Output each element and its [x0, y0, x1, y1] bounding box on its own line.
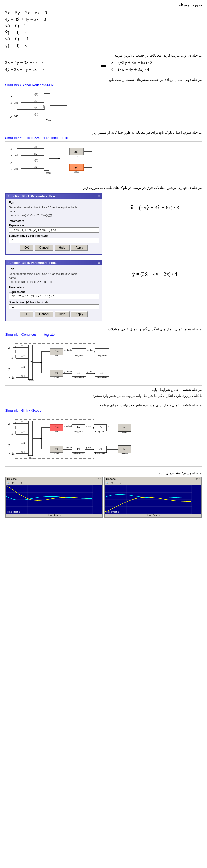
svg-text:u[1]: u[1]	[21, 344, 26, 347]
eq6: ẏ(t = 0) = 3	[5, 43, 202, 49]
dialog2-expression-input[interactable]	[9, 294, 99, 299]
step5-link[interactable]: Simulink>>Continous>> Integrator	[5, 333, 202, 337]
mux-block-label: Mux	[42, 105, 45, 110]
dialog2-buttons: OK Cancel Help Apply	[9, 309, 99, 318]
scope2-tool4[interactable]: ↕	[119, 482, 122, 485]
divider1	[5, 51, 202, 51]
dialog2-cancel-button[interactable]: Cancel	[35, 311, 53, 317]
svg-text:x_dotdot: x_dotdot	[64, 348, 73, 351]
svg-text:1/s: 1/s	[77, 447, 80, 450]
scope2-plot-area	[105, 486, 201, 514]
fcn-port-u1: u[1]	[34, 145, 38, 148]
dialog1-close-icon[interactable]: ×	[98, 194, 100, 198]
dialog1-section: Fcn	[9, 201, 99, 205]
step6-init-desc: با کلیک بر روی بلوک انتگرال گیر ها شرایط…	[5, 393, 202, 399]
svg-text:y_dot: y_dot	[86, 446, 91, 448]
svg-text:u[2]: u[2]	[21, 431, 26, 434]
step6-title: مرحله ششم: اعمال بلوک برای مشاهده نتایج …	[5, 403, 202, 407]
svg-text:Integrator1: Integrator1	[74, 376, 84, 378]
eq4: ẋ(t = 0) = 2	[5, 30, 202, 35]
dialog1-expression-input[interactable]	[9, 227, 99, 232]
fcn-label-ydot: y_dot	[10, 166, 18, 170]
system-equations: 3ẍ + 5ẏ − 3ẋ − 6x = 0 4ÿ − 3ẋ + 4y − 2x …	[5, 10, 202, 49]
svg-text:1/s: 1/s	[77, 349, 81, 352]
divider6	[5, 401, 202, 401]
dialog2-sample-label: Sample time (-1 for inherited):	[9, 301, 99, 304]
dialog2-box: Function Block Parameters: Fcn1 × Fcn Ge…	[5, 260, 102, 321]
step1-eq1: 3ẍ + 5ẏ − 3ẋ − 6x = 0	[5, 60, 96, 65]
dialog1-cancel-button[interactable]: Cancel	[35, 245, 53, 250]
main-page: صورت مسئله 3ẍ + 5ẏ − 3ẋ − 6x = 0 4ÿ − 3ẋ…	[0, 0, 207, 522]
dialog1-help-button[interactable]: Help	[55, 245, 70, 250]
scope1-tool2[interactable]: ⊞	[11, 482, 15, 485]
scope-full-diagram: x x_dot y y_dot u[1] u[2] u[3] u[4]	[5, 414, 202, 467]
dialog2-close-icon[interactable]: ×	[98, 261, 100, 265]
svg-text:Scope1: Scope1	[121, 452, 128, 455]
dialog1-desc: General expression block. Use "u" as the…	[9, 206, 99, 217]
divider7	[5, 469, 202, 469]
scope2-time-label: Time offset: 0	[105, 514, 201, 517]
fcn-port-u4: u[4]	[34, 165, 38, 168]
step1-left-eqs: 3ẍ + 5ẏ − 3ẋ − 6x = 0 4ÿ − 3ẋ + 4y − 2x …	[5, 59, 96, 73]
svg-text:x: x	[8, 346, 10, 349]
svg-text:Fcn1: Fcn1	[54, 376, 59, 378]
dialog1-box: Function Block Parameters: Fcn × Fcn Gen…	[5, 193, 102, 255]
step6-link[interactable]: Simulink>>Sink>>Scope	[5, 409, 202, 412]
eq1: 3ẍ + 5ẏ − 3ẋ − 6x = 0	[5, 10, 202, 16]
step3-link[interactable]: Simulink>>Function>>User Defined Functio…	[5, 136, 202, 140]
scope2-canvas	[105, 486, 191, 514]
svg-text:x_dot: x_dot	[87, 348, 93, 351]
svg-text:Scope: Scope	[122, 431, 127, 433]
svg-text:Integrator2: Integrator2	[97, 354, 107, 357]
svg-text:x_dot: x_dot	[86, 425, 91, 427]
page-title: صورت مسئله	[5, 3, 202, 7]
dialog1-expr-label: Expression:	[9, 224, 99, 227]
scope2-window: ◼ Scope ─ □ × 🔍 ⊞ ↔ ↕ Time offset: 0	[104, 477, 202, 518]
svg-text:y_dot: y_dot	[8, 376, 16, 379]
dialog2-ok-button[interactable]: OK	[20, 311, 33, 317]
svg-text:⊡: ⊡	[123, 426, 125, 429]
mux-label-bottom: Mux	[46, 118, 51, 121]
dialog2-section: Fcn	[9, 268, 99, 271]
fcn-name: Fcn	[75, 155, 79, 157]
svg-text:u[1]: u[1]	[21, 420, 26, 423]
dialog1-title: Function Block Parameters: Fcn	[8, 194, 55, 198]
port-u3: u[3]	[34, 106, 38, 109]
step1-equations: 3ẍ + 5ẏ − 3ẋ − 6x = 0 4ÿ − 3ẋ + 4y − 2x …	[5, 59, 202, 73]
dialog2-apply-button[interactable]: Apply	[71, 311, 88, 317]
scope1-tool4[interactable]: ↕	[20, 482, 23, 485]
scope1-titlebar: ◼ Scope ─ □ ×	[6, 477, 102, 481]
dialog2-sample-input[interactable]	[9, 304, 99, 309]
svg-text:1/s: 1/s	[77, 371, 81, 374]
step2-link[interactable]: Simulink>>Signal Routing>>Mux	[5, 83, 202, 87]
svg-text:u[3]: u[3]	[21, 366, 26, 369]
mux-label-ydot: y_dot	[10, 114, 18, 118]
svg-text:Fcn1: Fcn1	[54, 452, 59, 454]
dialog1-params-label: Parameters	[9, 219, 99, 222]
step4-title: مرحله ی چهارم: نوشتن معادلات فوق در ترتی…	[5, 186, 202, 190]
svg-text:x_dot: x_dot	[8, 356, 16, 360]
mux-label-xdot: x_dot	[10, 100, 18, 104]
fcn-label: f(u)	[74, 150, 79, 153]
dialog2-expr-label: Expression:	[9, 290, 99, 293]
scope2-tool1[interactable]: 🔍	[105, 482, 110, 485]
svg-text:y_dotdot: y_dotdot	[64, 370, 73, 373]
dialog1-ok-button[interactable]: OK	[20, 245, 33, 250]
dialog1-sample-input[interactable]	[9, 238, 99, 243]
scope-diagram-svg: x x_dot y y_dot u[1] u[2] u[3] u[4]	[8, 417, 193, 463]
dialog2-help-button[interactable]: Help	[55, 311, 70, 317]
scope1-tool1[interactable]: 🔍	[6, 482, 11, 485]
step6-init-title: مرحله ششم : اعمال شرایط اولیه	[5, 388, 202, 392]
divider2	[5, 75, 202, 75]
svg-text:f(u): f(u)	[55, 371, 59, 374]
mux-label-y: y	[10, 107, 12, 111]
scope1-time-label: Time offset: 0	[6, 514, 102, 517]
scope2-tool2[interactable]: ⊞	[110, 482, 114, 485]
scope2-tool3[interactable]: ↔	[114, 482, 118, 485]
scope1-window-controls: ─ □ ×	[95, 477, 101, 480]
scope1-plot-area	[6, 486, 102, 514]
implies-arrow: ⇒	[101, 62, 106, 70]
scope1-tool3[interactable]: ↔	[16, 482, 20, 485]
dialog1-apply-button[interactable]: Apply	[71, 245, 88, 250]
step1-eq2: 4ÿ − 3ẋ + 4y − 2x = 0	[5, 67, 96, 72]
